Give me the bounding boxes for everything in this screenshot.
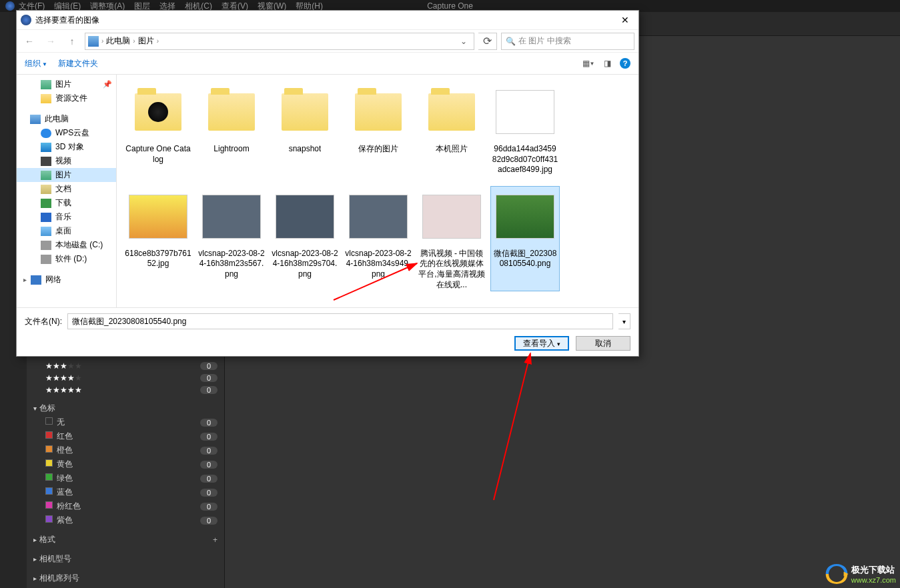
count-badge: 0	[200, 362, 217, 370]
queue-header-label: 相机席列号	[39, 573, 79, 584]
file-item[interactable]: 腾讯视频 - 中国领先的在线视频媒体平台,海量高清视频在线观...	[417, 186, 486, 291]
search-input[interactable]: 🔍 在 图片 中搜索	[501, 33, 634, 50]
tree-item[interactable]: WPS云盘	[17, 126, 116, 140]
tree-item-label: 本地磁盘 (C:)	[55, 239, 103, 251]
organize-button[interactable]: 组织▼	[25, 58, 47, 69]
star-filter-row[interactable]: ★★★★★0	[27, 372, 224, 384]
chevron-right-icon: ▸	[33, 536, 37, 543]
color-label: 黄色	[45, 459, 73, 470]
file-item[interactable]: vlcsnap-2023-08-24-16h38m29s704.png	[270, 186, 340, 291]
file-item[interactable]: 本机照片	[417, 81, 486, 177]
crumb-thispc[interactable]: 此电脑	[103, 35, 133, 47]
dialog-toolbar: 组织▼ 新建文件夹 ▦▼ ◨ ?	[17, 52, 638, 75]
file-item[interactable]: vlcsnap-2023-08-24-16h38m23s567.png	[197, 186, 266, 291]
cancel-button[interactable]: 取消	[576, 336, 630, 351]
color-filter-row[interactable]: 绿色0	[27, 471, 224, 485]
help-icon[interactable]: ?	[620, 58, 630, 69]
chevron-right-icon: ▸	[33, 575, 37, 582]
filter-header-color[interactable]: ▾ 色标	[27, 401, 224, 415]
tree-item-network[interactable]: ▸网络	[17, 273, 116, 287]
color-filter-row[interactable]: 紫色0	[27, 513, 224, 527]
view-mode-button[interactable]: ▦▼	[582, 59, 594, 68]
tree-item-label: 网络	[45, 274, 61, 285]
open-button[interactable]: 查看导入 ▾	[514, 336, 569, 351]
filename-dropdown[interactable]: ▾	[618, 313, 630, 329]
color-swatch-icon	[45, 487, 53, 495]
count-badge: 0	[200, 475, 217, 483]
star-icon: ★★★★★	[45, 373, 82, 383]
color-filter-row[interactable]: 黄色0	[27, 457, 224, 471]
watermark-site: 极光下载站	[851, 564, 896, 576]
img-icon	[41, 171, 51, 180]
star-filter-row[interactable]: ★★★★★0	[27, 384, 224, 396]
tree-item[interactable]: 图片	[17, 168, 116, 182]
close-icon[interactable]: ✕	[616, 15, 634, 25]
back-button[interactable]: ←	[21, 33, 38, 50]
file-item[interactable]: 保存的图片	[344, 81, 413, 177]
filter-header-camera[interactable]: ▸ 相机型号	[27, 552, 224, 566]
new-folder-button[interactable]: 新建文件夹	[58, 58, 98, 69]
color-swatch-icon	[45, 417, 53, 425]
color-filter-row[interactable]: 橙色0	[27, 443, 224, 457]
star-filter-row[interactable]: ★★★★★0	[27, 360, 224, 372]
color-swatch-icon	[45, 515, 53, 523]
count-badge: 0	[200, 517, 217, 525]
file-item[interactable]: 618ce8b3797b76152.jpg	[123, 186, 193, 291]
count-badge: 0	[200, 374, 217, 382]
file-item[interactable]: Capture One Catalog	[123, 81, 193, 177]
color-header-label: 色标	[39, 403, 55, 414]
color-filter-row[interactable]: 蓝色0	[27, 485, 224, 499]
tree-item[interactable]: 软件 (D:)	[17, 252, 116, 266]
count-badge: 0	[200, 461, 217, 469]
color-filter-row[interactable]: 红色0	[27, 429, 224, 443]
file-label: 618ce8b3797b76152.jpg	[125, 249, 191, 269]
tree-item[interactable]: 下载	[17, 196, 116, 210]
image-thumbnail	[496, 90, 554, 134]
star-icon: ★★★★★	[45, 361, 82, 371]
tree-item-label: 资源文件	[55, 93, 87, 104]
tree-item[interactable]: 本地磁盘 (C:)	[17, 238, 116, 252]
tree-item[interactable]: 音乐	[17, 210, 116, 224]
tree-item-thispc[interactable]: 此电脑	[17, 112, 116, 126]
file-item[interactable]: 微信截图_20230817112700.png	[123, 301, 193, 307]
file-item[interactable]: Lightroom	[197, 81, 266, 177]
tree-item-label: 此电脑	[45, 113, 69, 125]
tree-item[interactable]: 图片📌	[17, 77, 116, 91]
breadcrumb[interactable]: › 此电脑 › 图片 › ⌄	[85, 33, 474, 50]
color-filter-row[interactable]: 无0	[27, 415, 224, 429]
plus-icon[interactable]: +	[213, 535, 217, 545]
forward-button[interactable]: →	[42, 33, 59, 50]
breadcrumb-dropdown[interactable]: ⌄	[456, 37, 471, 46]
image-thumbnail	[422, 195, 481, 239]
tree-item[interactable]: 3D 对象	[17, 140, 116, 154]
file-item[interactable]: 微信图片_20230822102451.jpg	[197, 301, 266, 307]
tree-item-label: 视频	[55, 155, 71, 167]
filter-header-format[interactable]: ▸ 格式 +	[27, 533, 224, 547]
chevron-right-icon: ›	[157, 37, 159, 45]
color-label: 蓝色	[45, 487, 73, 498]
file-item[interactable]: 96dda144ad345982d9c8d07c0ff431adcaef8499…	[490, 81, 560, 177]
crumb-pictures[interactable]: 图片	[135, 35, 157, 47]
file-item[interactable]: 微信截图_20230808105540.png	[490, 186, 560, 291]
up-button[interactable]: ↑	[63, 33, 81, 50]
tree-item-label: 文档	[55, 183, 71, 195]
tree-item[interactable]: 文档	[17, 182, 116, 196]
tree-item[interactable]: 桌面	[17, 224, 116, 238]
preview-pane-button[interactable]: ◨	[601, 59, 613, 68]
search-placeholder: 在 图片 中搜索	[518, 35, 571, 47]
network-icon	[31, 275, 41, 285]
refresh-button[interactable]: ⟳	[478, 33, 497, 50]
watermark-url: www.xz7.com	[851, 576, 896, 584]
color-label: 无	[45, 417, 65, 428]
color-filter-row[interactable]: 粉红色0	[27, 499, 224, 513]
file-item[interactable]: snapshot	[270, 81, 340, 177]
filter-header-queue[interactable]: ▸ 相机席列号	[27, 571, 224, 585]
tree-item[interactable]: 资源文件	[17, 91, 116, 105]
tree-item[interactable]: 视频	[17, 154, 116, 168]
file-item[interactable]: vlcsnap-2023-08-24-16h38m34s949.png	[344, 186, 413, 291]
folder-icon	[355, 93, 402, 131]
file-label: vlcsnap-2023-08-24-16h38m29s704.png	[272, 249, 338, 280]
file-open-dialog: 选择要查看的图像 ✕ ← → ↑ › 此电脑 › 图片 › ⌄ ⟳ 🔍 在 图片…	[16, 10, 639, 357]
filename-input[interactable]	[67, 313, 613, 329]
color-label: 绿色	[45, 473, 73, 484]
